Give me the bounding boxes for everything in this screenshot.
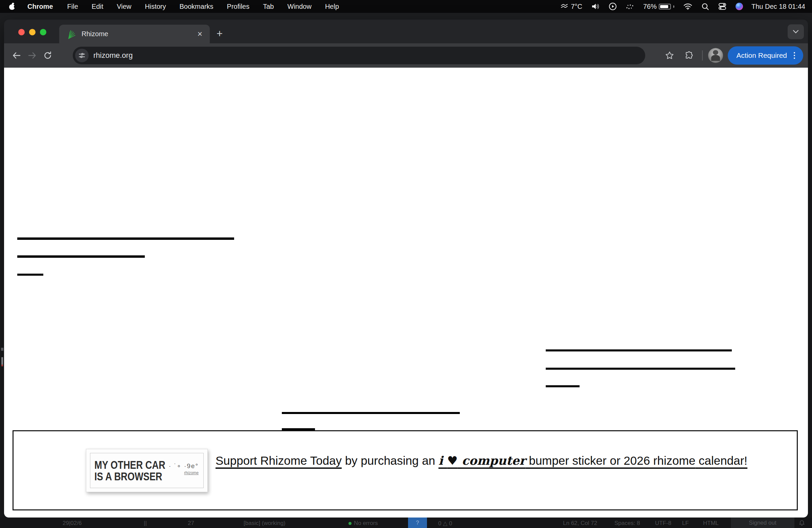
tab-rhizome[interactable]: Rhizome × <box>59 25 210 43</box>
support-rhizome-link[interactable]: Support Rhizome Today <box>216 454 342 467</box>
menu-edit[interactable]: Edit <box>85 0 110 13</box>
rhizome-favicon-icon <box>67 29 77 39</box>
bumper-sticker-image[interactable]: MY OTHER CAR IS A BROWSER · ˙∘ ·9e° rhiz… <box>86 449 208 492</box>
chevron-down-icon <box>792 30 799 34</box>
puzzle-icon <box>685 51 694 60</box>
remote-indicator: ? <box>408 517 427 528</box>
menu-bookmarks[interactable]: Bookmarks <box>173 0 220 13</box>
dots-icon <box>626 3 634 10</box>
battery-icon <box>659 4 671 10</box>
reload-button[interactable] <box>40 48 56 63</box>
background-window-mark <box>1 348 3 351</box>
forward-button[interactable] <box>24 48 40 63</box>
now-playing-status[interactable] <box>604 0 621 13</box>
background-app-statusbar: ? Signed out 29|02/6||27[basic] (working… <box>0 517 812 528</box>
weather-status[interactable]: 7°C <box>556 0 587 13</box>
banner-plain-text: by purchasing an <box>342 454 438 467</box>
menu-profiles[interactable]: Profiles <box>220 0 257 13</box>
wind-icon <box>561 3 569 10</box>
back-arrow-icon <box>12 52 21 60</box>
bell-icon <box>799 519 804 526</box>
redacted-bar <box>17 255 145 258</box>
statusbar-fragment: || <box>144 520 147 527</box>
tune-icon <box>78 52 86 59</box>
volume-icon <box>591 3 600 10</box>
tab-search-button[interactable] <box>788 24 804 39</box>
star-icon <box>665 51 674 60</box>
heart-icon: ♥ <box>447 454 458 467</box>
redacted-bar <box>546 349 732 351</box>
new-tab-button[interactable]: + <box>217 28 223 39</box>
play-circle-icon <box>609 2 617 11</box>
menu-view[interactable]: View <box>110 0 138 13</box>
menu-history[interactable]: History <box>138 0 173 13</box>
menu-help[interactable]: Help <box>318 0 346 13</box>
statusbar-fragment: UTF-8 <box>655 520 671 527</box>
rhizome-logo: · ˙∘ ·9e° rhizome <box>161 462 199 475</box>
tab-title: Rhizome <box>82 30 108 38</box>
statusbar-fragment: [basic] (working) <box>244 520 286 527</box>
page-content: MY OTHER CAR IS A BROWSER · ˙∘ ·9e° rhiz… <box>4 68 808 517</box>
battery-percent-label: 76% <box>643 3 657 11</box>
window-close-button[interactable] <box>18 29 25 35</box>
chrome-window: Rhizome × + <box>4 20 808 517</box>
tab-close-icon[interactable]: × <box>197 30 202 38</box>
back-button[interactable] <box>9 48 24 63</box>
address-bar[interactable]: rhizome.org <box>73 47 645 64</box>
statusbar-fragment: 0 △ 0 <box>438 520 452 527</box>
browser-toolbar: rhizome.org Action Required <box>4 43 808 68</box>
control-center-icon <box>718 3 727 10</box>
profile-avatar[interactable] <box>708 48 723 63</box>
signed-out-status: Signed out <box>731 517 794 528</box>
kebab-menu-icon[interactable] <box>792 51 797 60</box>
redacted-bar <box>17 237 234 240</box>
volume-status[interactable] <box>587 0 604 13</box>
extensions-button[interactable] <box>682 48 697 63</box>
bumper-sticker-link[interactable]: i ♥ computer bumper sticker or 2026 rhiz… <box>438 454 748 467</box>
reload-icon <box>43 51 52 60</box>
sticker-text: MY OTHER CAR IS A BROWSER <box>95 459 165 482</box>
banner-message: Support Rhizome Today by purchasing an i… <box>216 452 769 470</box>
wifi-status[interactable] <box>679 0 697 13</box>
background-window-mark <box>1 365 3 366</box>
support-banner: MY OTHER CAR IS A BROWSER · ˙∘ ·9e° rhiz… <box>13 430 798 510</box>
url-text: rhizome.org <box>93 51 133 60</box>
menu-chrome[interactable]: Chrome <box>20 0 61 13</box>
menu-window[interactable]: Window <box>281 0 318 13</box>
siri-status[interactable] <box>731 0 748 13</box>
menubar-clock[interactable]: Thu Dec 18 01:44 <box>748 3 807 11</box>
wifi-icon <box>683 3 693 10</box>
statusbar-fragment: HTML <box>703 520 719 527</box>
statusbar-fragment: 29|02/6 <box>62 520 82 527</box>
window-zoom-button[interactable] <box>40 29 46 35</box>
statusbar-fragment: LF <box>682 520 689 527</box>
bookmark-star-button[interactable] <box>662 48 677 63</box>
redacted-bar <box>282 412 460 414</box>
spotlight-status[interactable] <box>697 0 713 13</box>
siri-icon <box>736 3 743 10</box>
statusbar-fragment: Ln 62, Col 72 <box>563 520 597 527</box>
action-required-label: Action Required <box>737 52 787 60</box>
statusbar-fragment: No errors <box>348 520 378 527</box>
statusbar-fragment: 27 <box>188 520 194 527</box>
statusbar-fragment: Spaces: 8 <box>614 520 640 527</box>
redacted-bar <box>546 385 580 387</box>
temperature-label: 7°C <box>571 3 582 11</box>
macos-menu-bar: ChromeFileEditViewHistoryBookmarksProfil… <box>0 0 812 13</box>
apple-icon[interactable] <box>9 3 15 10</box>
tab-strip: Rhizome × + <box>4 20 808 43</box>
menu-tab[interactable]: Tab <box>256 0 280 13</box>
redacted-bar <box>546 368 735 370</box>
window-minimize-button[interactable] <box>29 29 35 35</box>
action-required-button[interactable]: Action Required <box>728 46 803 64</box>
search-icon <box>701 3 709 11</box>
battery-status[interactable]: 76% <box>639 0 679 13</box>
toolbar-divider <box>702 50 703 61</box>
dots-menu-status[interactable] <box>621 0 639 13</box>
control-center-status[interactable] <box>713 0 731 13</box>
forward-arrow-icon <box>28 52 37 60</box>
menu-file[interactable]: File <box>61 0 85 13</box>
redacted-bar <box>17 274 43 276</box>
background-window-mark <box>1 357 3 365</box>
site-settings-button[interactable] <box>75 49 89 62</box>
